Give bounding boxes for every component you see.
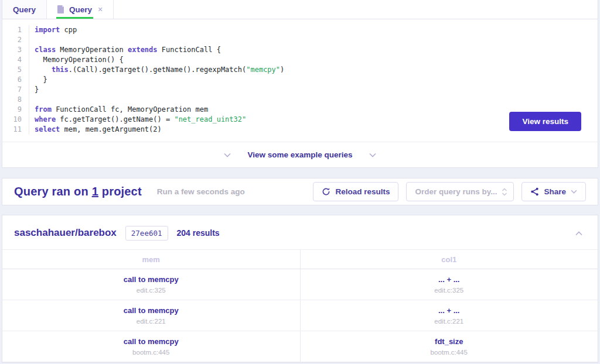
column-header: mem — [2, 250, 300, 269]
line-number: 10 — [2, 115, 29, 125]
code-line[interactable]: 2 — [2, 35, 598, 45]
chevron-down-icon — [224, 153, 231, 157]
select-chevrons-icon — [502, 188, 507, 196]
line-number: 11 — [2, 125, 29, 135]
line-number: 6 — [2, 75, 29, 85]
line-number: 7 — [2, 85, 29, 95]
active-tab-indicator — [56, 17, 93, 19]
code-line[interactable]: 7} — [2, 85, 598, 95]
results-header: saschahauer/barebox 27ee601 204 results — [2, 215, 598, 249]
code-editor[interactable]: 1import cpp2 3class MemoryOperation exte… — [2, 19, 598, 142]
collapse-panel-button[interactable] — [572, 225, 586, 241]
line-number: 5 — [2, 65, 29, 75]
results-table: memcol1 call to memcpyedit.c:325... + ..… — [2, 249, 598, 362]
tab-label: Query — [69, 5, 92, 14]
share-button[interactable]: Share — [521, 182, 586, 201]
code-line[interactable]: 6 } — [2, 75, 598, 85]
query-editor-panel: 1import cpp2 3class MemoryOperation exte… — [2, 19, 598, 142]
result-cell: ... + ...edit.c:325 — [300, 269, 598, 300]
result-cell: call to memcpyedit.c:221 — [2, 300, 300, 331]
line-number: 4 — [2, 55, 29, 65]
result-link[interactable]: call to memcpy — [2, 306, 300, 315]
column-header: col1 — [300, 250, 598, 269]
result-cell: call to memcpyedit.c:325 — [2, 269, 300, 300]
close-icon[interactable]: × — [98, 5, 103, 14]
result-location: edit.c:325 — [2, 287, 300, 294]
table-row: call to memcpybootm.c:445fdt_sizebootm.c… — [2, 331, 598, 362]
result-cell: call to memcpybootm.c:445 — [2, 331, 300, 362]
file-icon — [57, 5, 64, 13]
tab-query-1[interactable]: Query — [2, 0, 47, 19]
example-queries-label: View some example queries — [247, 150, 352, 159]
result-link[interactable]: ... + ... — [301, 275, 598, 284]
result-location: bootm.c:445 — [2, 349, 300, 356]
result-location: edit.c:221 — [2, 318, 300, 325]
project-name[interactable]: saschahauer/barebox — [14, 227, 117, 239]
result-location: bootm.c:445 — [301, 349, 598, 356]
table-row: call to memcpyedit.c:325... + ...edit.c:… — [2, 269, 598, 300]
result-cell: ... + ...edit.c:221 — [300, 300, 598, 331]
code-line[interactable]: 8 — [2, 95, 598, 105]
result-link[interactable]: fdt_size — [301, 337, 598, 346]
result-link[interactable]: ... + ... — [301, 306, 598, 315]
query-ran-panel: Query ran on 1 project Run a few seconds… — [2, 178, 598, 205]
table-row: call to memcpyedit.c:221... + ...edit.c:… — [2, 300, 598, 331]
code-line[interactable]: 4 MemoryOperation() { — [2, 55, 598, 65]
chevron-up-icon — [575, 231, 582, 236]
refresh-icon — [322, 187, 330, 196]
result-location: edit.c:221 — [301, 318, 598, 325]
result-location: edit.c:325 — [301, 287, 598, 294]
line-number: 2 — [2, 35, 29, 45]
code-line[interactable]: 1import cpp — [2, 25, 598, 35]
chevron-down-icon — [369, 153, 376, 157]
tab-label: Query — [13, 5, 36, 14]
code-line[interactable]: 5 this.(Call).getTarget().getName().rege… — [2, 65, 598, 75]
chevron-down-icon — [571, 190, 577, 194]
reload-results-button[interactable]: Reload results — [313, 182, 398, 201]
code-line[interactable]: 3class MemoryOperation extends FunctionC… — [2, 45, 598, 55]
line-number: 3 — [2, 45, 29, 55]
results-panel: saschahauer/barebox 27ee601 204 results … — [2, 215, 598, 363]
code-line[interactable]: 9from FunctionCall fc, MemoryOperation m… — [2, 105, 598, 115]
order-query-runs-select[interactable]: Order query runs by... — [406, 182, 514, 201]
result-cell: fdt_sizebootm.c:445 — [300, 331, 598, 362]
query-ran-title: Query ran on 1 project — [14, 185, 142, 198]
line-number: 9 — [2, 105, 29, 115]
code-line[interactable]: 10where fc.getTarget().getName() = "net_… — [2, 115, 598, 125]
project-count[interactable]: 1 — [92, 185, 98, 198]
view-results-button[interactable]: View results — [509, 112, 581, 131]
tab-bar: Query Query × — [2, 0, 598, 19]
result-link[interactable]: call to memcpy — [2, 275, 300, 284]
line-number: 1 — [2, 25, 29, 35]
result-link[interactable]: call to memcpy — [2, 337, 300, 346]
run-timestamp: Run a few seconds ago — [157, 187, 245, 196]
example-queries-toggle[interactable]: View some example queries — [2, 142, 598, 168]
code-line[interactable]: 11select mem, mem.getArgument(2) — [2, 125, 598, 135]
share-icon — [530, 187, 539, 196]
results-count: 204 results — [177, 228, 220, 238]
tab-query-2-active[interactable]: Query × — [47, 0, 114, 19]
commit-badge[interactable]: 27ee601 — [125, 226, 168, 241]
line-number: 8 — [2, 95, 29, 105]
